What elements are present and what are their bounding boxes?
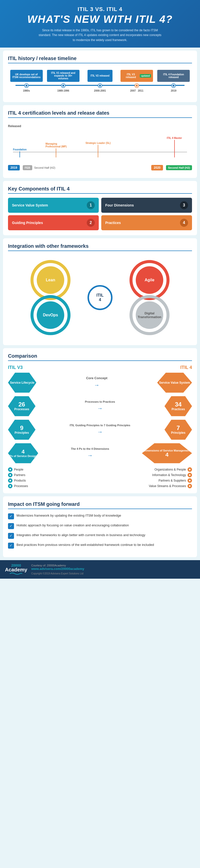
comp-v3-4-num: 4	[22, 449, 25, 455]
timeline-dot-4	[135, 84, 138, 87]
comp-hex-v4-3: 7 Principles	[165, 420, 192, 440]
checkmark-icon-1: ✓	[8, 513, 14, 519]
timeline-year-2: 1989-1996	[57, 89, 69, 92]
impact-title: Impact on ITSM going forward	[8, 501, 192, 509]
ps-dot-partners	[8, 473, 12, 477]
h2-2020-label: Second Half (H2)	[166, 165, 192, 170]
comp-v4-1-label: Service Value System	[159, 381, 190, 384]
cert-master-label: ITIL 4 Master	[167, 137, 182, 140]
ps-item-people: People	[8, 467, 68, 472]
component-guiding-label: Guiding Principles	[12, 221, 43, 225]
impact-item-1: ✓ Modernizes framework by updating the e…	[8, 513, 192, 519]
timeline-year-1: 1980s	[23, 89, 30, 92]
impact-item-2: ✓ Holistic approach by focusing on value…	[8, 523, 192, 529]
arrow-4: →	[40, 452, 140, 460]
timeline-box-3: ITIL V2 released	[88, 70, 112, 82]
impact-text-4: Best practices from previous versions of…	[16, 542, 154, 547]
footer-logo: 20000 Academy	[5, 564, 27, 575]
dims-dot-value	[188, 484, 192, 488]
footer-copyright: Copyright ©2019 Advisera Expert Solution…	[31, 572, 195, 575]
comp-concept-1: Core Concept →	[38, 376, 156, 389]
logo-wave-icon	[10, 572, 22, 575]
component-practices[interactable]: Practices 4	[101, 215, 192, 230]
component-practices-num: 4	[180, 219, 188, 227]
ps-dims-comparison: People Partners Products Processes Organ…	[8, 467, 192, 488]
ps-item-partners: Partners	[8, 473, 68, 477]
cert-master: ITIL 4 Master	[167, 137, 182, 157]
arrow-3: →	[37, 428, 163, 436]
comp-v3-2-label: Processes	[14, 407, 29, 411]
cert-sl: Strategic Leader (SL)	[86, 142, 111, 157]
timeline-item-1: UK develops set of ITSM recommendations …	[8, 70, 45, 92]
dims-label-partners: Partners & Suppliers	[159, 479, 186, 482]
cert-mp: ManagingProfessional (MP)	[45, 143, 67, 157]
dims-dot-org	[188, 467, 192, 472]
v3-label: ITIL V3	[8, 365, 23, 370]
cert-title: ITIL 4 certification levels and release …	[8, 110, 192, 118]
cert-master-line	[174, 140, 175, 157]
cert-sl-line	[98, 145, 98, 157]
comparison-section: Comparison ITIL V3 ITIL 4 Service Lifecy…	[3, 348, 197, 493]
v4-label: ITIL 4	[180, 365, 192, 370]
ps-item-processes: Processes	[8, 484, 68, 488]
ps-label-processes: Processes	[14, 484, 28, 488]
timeline-box-1: UK develops set of ITSM recommendations	[10, 70, 43, 82]
integration-title: Integration with other frameworks	[8, 243, 192, 251]
impact-list: ✓ Modernizes framework by updating the e…	[8, 513, 192, 549]
component-four-dims[interactable]: Four Dimensions 3	[101, 198, 192, 213]
components-grid: Service Value System 1 Four Dimensions 3…	[8, 198, 192, 230]
dims-dot-partners	[188, 478, 192, 483]
footer-courtesy: Courtesy of: 20000Academy	[31, 564, 195, 567]
devops-circle: DevOps	[37, 301, 64, 329]
year-row: 2019 FEB Second Half (H2) 2020 Second Ha…	[8, 165, 192, 170]
checkmark-icon-2: ✓	[8, 523, 14, 529]
dims-list: Organizations & People Information & Tec…	[132, 467, 192, 488]
comp-row-4: 4 Ps of Service Design The 4 Ps to the 4…	[8, 443, 192, 463]
comp-concept-1-label: Core Concept	[38, 376, 156, 380]
devops-label: DevOps	[43, 313, 58, 317]
comp-concept-3: ITIL Guiding Principles to 7 Guiding Pri…	[37, 424, 163, 436]
ps-label-products: Products	[14, 479, 26, 482]
comp-v3-4-label: Ps of Service Design	[9, 455, 37, 458]
footer-right: Courtesy of: 20000Academy www.advisera.c…	[31, 564, 195, 575]
cert-diagram: Foundation ManagingProfessional (MP) Str…	[13, 130, 187, 157]
dims-label-org: Organizations & People	[155, 468, 186, 471]
itil-center: ITIL 4	[88, 285, 112, 310]
agile-label: Agile	[144, 278, 154, 282]
footer-url[interactable]: www.advisera.com/20000academy	[31, 567, 195, 571]
feb-badge: FEB	[23, 165, 32, 170]
comp-hex-v3-3: 9 Principles	[8, 420, 35, 440]
timeline-box-5: ITIL 4 Foundation released	[157, 70, 190, 82]
page-header: ITIL 3 vs. ITIL 4 What's new with ITIL 4…	[0, 0, 200, 48]
comp-concept-2: Processes to Practices →	[37, 400, 163, 412]
comp-hex-v3-1: Service Lifecycle	[8, 373, 36, 393]
impact-text-2: Holistic approach by focusing on value c…	[16, 523, 129, 528]
dims-item-org: Organizations & People	[155, 467, 192, 472]
comp-v4-2-num: 34	[175, 401, 182, 407]
timeline-dot-2	[62, 84, 65, 87]
comp-hex-v4-1: Service Value System	[157, 373, 192, 393]
cert-sl-label: Strategic Leader (SL)	[86, 142, 111, 145]
timeline-year-3: 2000-2001	[94, 89, 106, 92]
component-svs[interactable]: Service Value System 1	[8, 198, 99, 213]
component-guiding-num: 2	[87, 219, 95, 227]
cert-released-label: Released	[8, 124, 192, 128]
comp-concept-2-label: Processes to Practices	[37, 400, 163, 404]
comp-hex-v4-4: Dimensions of Service Management 4	[142, 443, 192, 463]
comp-concept-3-label: ITIL Guiding Principles to 7 Guiding Pri…	[37, 424, 163, 427]
agile-ring: Agile	[130, 260, 169, 300]
h2-2019-label: Second Half (H2)	[34, 166, 55, 169]
comp-row-2: 26 Processes Processes to Practices → 34…	[8, 396, 192, 416]
devops-ring: DevOps	[31, 295, 70, 335]
component-practices-label: Practices	[105, 221, 121, 225]
impact-item-4: ✓ Best practices from previous versions …	[8, 542, 192, 549]
component-guiding[interactable]: Guiding Principles 2	[8, 215, 99, 230]
comp-v4-4-num: 4	[166, 452, 168, 458]
timeline-dot-3	[98, 84, 102, 87]
checkmark-icon-4: ✓	[8, 542, 14, 549]
impact-text-1: Modernizes framework by updating the exi…	[16, 513, 121, 518]
year-2020-badge: 2020	[151, 165, 163, 170]
dims-dot-info	[188, 473, 192, 477]
component-svs-num: 1	[87, 201, 95, 209]
timeline-dot-5	[172, 84, 175, 87]
